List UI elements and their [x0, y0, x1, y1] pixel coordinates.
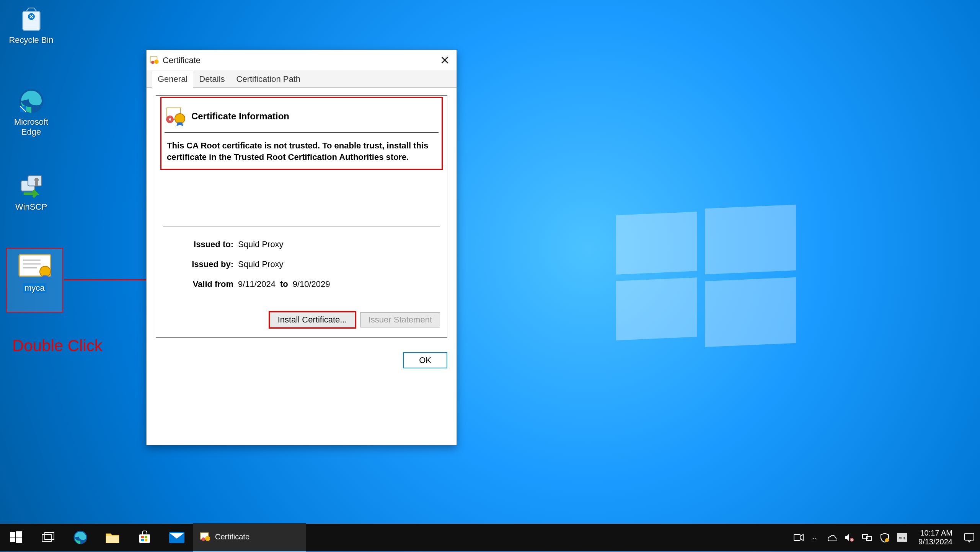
- certificate-icon: [150, 55, 160, 65]
- winscp-icon: [18, 172, 45, 200]
- svg-rect-26: [106, 536, 119, 543]
- desktop-icon-myca[interactable]: myca: [7, 249, 62, 312]
- svg-rect-24: [45, 532, 54, 539]
- issued-to-label: Issued to:: [172, 239, 233, 249]
- wallpaper-windows-logo: [616, 207, 796, 339]
- tray-security-icon[interactable]: !: [880, 532, 889, 542]
- window-title: Certificate: [163, 55, 201, 65]
- desktop-icon-recycle-bin[interactable]: Recycle Bin: [5, 5, 57, 45]
- edge-icon: [18, 87, 45, 115]
- svg-rect-31: [145, 539, 147, 541]
- desktop-icon-edge[interactable]: Microsoft Edge: [5, 87, 57, 137]
- valid-from-label: Valid from: [172, 279, 233, 289]
- certificate-trust-message: This CA Root certificate is not trusted.…: [165, 133, 439, 166]
- task-view-button[interactable]: [32, 524, 64, 551]
- issued-by-label: Issued by:: [172, 259, 233, 269]
- desktop-icon-label: Microsoft Edge: [5, 117, 57, 137]
- taskbar-explorer-button[interactable]: [96, 524, 129, 551]
- svg-point-11: [40, 266, 51, 277]
- taskbar-app-certificate[interactable]: Certificate: [193, 523, 306, 552]
- start-button[interactable]: [0, 524, 32, 551]
- valid-from-value: 9/11/2024: [238, 279, 276, 289]
- tray-volume-muted-icon[interactable]: [844, 533, 854, 542]
- ok-button[interactable]: OK: [403, 352, 447, 368]
- tab-certification-path[interactable]: Certification Path: [231, 71, 307, 88]
- desktop-icon-winscp[interactable]: WinSCP: [5, 172, 57, 212]
- taskbar-app-label: Certificate: [215, 532, 249, 541]
- svg-point-17: [175, 114, 185, 124]
- tab-general[interactable]: General: [152, 71, 193, 88]
- tray-vmware-icon[interactable]: vm: [897, 533, 907, 542]
- tray-onedrive-icon[interactable]: [826, 534, 837, 541]
- certificate-icon: [200, 531, 211, 543]
- svg-rect-44: [965, 533, 974, 540]
- certificate-info-heading: Certificate Information: [191, 111, 289, 122]
- svg-rect-20: [16, 531, 22, 537]
- issuer-statement-button: Issuer Statement: [360, 312, 440, 327]
- desktop-icon-label: WinSCP: [5, 202, 57, 212]
- taskbar: Certificate ︿ ! vm 10:17 AM 9/13/2024: [0, 524, 980, 551]
- tray-meet-now-icon[interactable]: [794, 533, 804, 542]
- taskbar-store-button[interactable]: [129, 524, 161, 551]
- svg-rect-22: [16, 537, 22, 543]
- svg-rect-27: [139, 534, 150, 543]
- svg-point-34: [205, 536, 210, 541]
- tray-notifications-icon[interactable]: [964, 532, 975, 542]
- svg-rect-6: [35, 182, 38, 186]
- annotation-connector-line: [64, 279, 147, 280]
- desktop-icon-label: myca: [23, 283, 46, 293]
- certificate-file-icon: [18, 253, 52, 281]
- install-certificate-button[interactable]: Install Certificate...: [270, 312, 355, 327]
- taskbar-date: 9/13/2024: [918, 537, 952, 546]
- close-button[interactable]: ✕: [436, 53, 453, 68]
- valid-to-value: 9/10/2029: [293, 279, 330, 289]
- taskbar-mail-button[interactable]: [161, 524, 193, 551]
- window-titlebar[interactable]: Certificate ✕: [147, 50, 457, 70]
- annotation-double-click: Double Click: [12, 337, 103, 355]
- valid-to-label: to: [280, 279, 288, 289]
- svg-rect-30: [141, 539, 144, 541]
- svg-point-14: [154, 59, 158, 64]
- tab-bar: General Details Certification Path: [147, 70, 457, 88]
- svg-rect-28: [141, 536, 144, 538]
- certificate-badge-icon: [165, 106, 186, 127]
- desktop-icon-label: Recycle Bin: [5, 35, 57, 45]
- issued-to-value: Squid Proxy: [238, 239, 284, 249]
- svg-rect-36: [794, 534, 800, 541]
- svg-point-5: [34, 178, 38, 182]
- svg-rect-21: [10, 537, 15, 542]
- svg-text:!: !: [887, 539, 887, 542]
- recycle-bin-icon: [18, 5, 45, 33]
- svg-point-35: [202, 537, 205, 541]
- taskbar-edge-button[interactable]: [64, 524, 96, 551]
- svg-rect-19: [10, 532, 15, 537]
- svg-rect-23: [42, 534, 51, 541]
- tray-chevron-up-icon[interactable]: ︿: [811, 533, 818, 542]
- svg-text:vm: vm: [899, 535, 905, 541]
- tray-network-icon[interactable]: [862, 533, 872, 542]
- issued-by-value: Squid Proxy: [238, 259, 284, 269]
- svg-rect-29: [145, 536, 147, 538]
- tab-details[interactable]: Details: [193, 71, 230, 88]
- certificate-window: Certificate ✕ General Details Certificat…: [146, 50, 457, 445]
- taskbar-clock[interactable]: 10:17 AM 9/13/2024: [915, 529, 956, 546]
- taskbar-time: 10:17 AM: [918, 529, 952, 537]
- svg-point-15: [151, 60, 154, 64]
